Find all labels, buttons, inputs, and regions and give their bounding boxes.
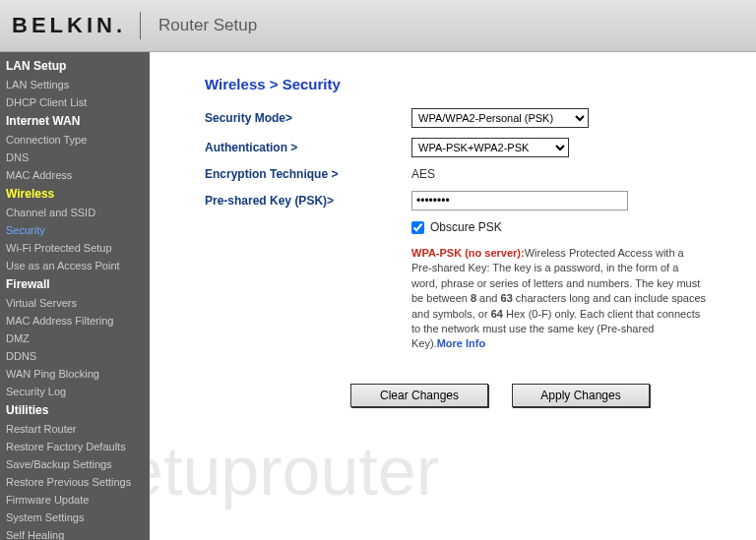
- label-psk: Pre-shared Key (PSK)>: [205, 194, 411, 208]
- sidebar-item-connection-type[interactable]: Connection Type: [0, 131, 150, 149]
- button-row: Clear Changes Apply Changes: [350, 384, 721, 407]
- sidebar-item-channel-and-ssid[interactable]: Channel and SSID: [0, 204, 150, 221]
- breadcrumb: Wireless > Security: [205, 76, 721, 92]
- sidebar-heading-internet-wan: Internet WAN: [0, 111, 150, 131]
- label-security-mode: Security Mode>: [205, 111, 411, 125]
- apply-changes-button[interactable]: Apply Changes: [512, 384, 650, 407]
- sidebar-item-restart-router[interactable]: Restart Router: [0, 420, 150, 438]
- label-encryption: Encryption Technique >: [205, 167, 411, 181]
- header-divider: [140, 12, 141, 39]
- select-security-mode[interactable]: WPA/WPA2-Personal (PSK): [411, 108, 589, 128]
- sidebar-item-ddns[interactable]: DDNS: [0, 347, 150, 365]
- sidebar-item-dhcp-client-list[interactable]: DHCP Client List: [0, 93, 150, 111]
- sidebar-heading-wireless: Wireless: [0, 184, 150, 204]
- sidebar-item-lan-settings[interactable]: LAN Settings: [0, 76, 150, 93]
- sidebar-item-self-healing[interactable]: Self Healing: [0, 526, 150, 540]
- info-text: WPA-PSK (no server):Wireless Protected A…: [411, 246, 707, 352]
- sidebar-item-virtual-servers[interactable]: Virtual Servers: [0, 294, 150, 312]
- sidebar: LAN SetupLAN SettingsDHCP Client ListInt…: [0, 52, 150, 540]
- row-psk: Pre-shared Key (PSK)>: [205, 191, 721, 210]
- row-obscure: Obscure PSK: [411, 220, 721, 234]
- sidebar-item-restore-previous-settings[interactable]: Restore Previous Settings: [0, 473, 150, 491]
- brand-logo: BELKIN.: [12, 13, 122, 38]
- row-security-mode: Security Mode> WPA/WPA2-Personal (PSK): [205, 108, 721, 128]
- label-authentication: Authentication >: [205, 141, 411, 154]
- row-authentication: Authentication > WPA-PSK+WPA2-PSK: [205, 138, 721, 157]
- sidebar-item-wi-fi-protected-setup[interactable]: Wi-Fi Protected Setup: [0, 239, 150, 257]
- sidebar-item-dmz[interactable]: DMZ: [0, 330, 150, 347]
- sidebar-item-mac-address-filtering[interactable]: MAC Address Filtering: [0, 312, 150, 330]
- sidebar-item-firmware-update[interactable]: Firmware Update: [0, 491, 150, 509]
- sidebar-heading-lan-setup: LAN Setup: [0, 56, 150, 76]
- sidebar-item-restore-factory-defaults[interactable]: Restore Factory Defaults: [0, 438, 150, 455]
- sidebar-item-wan-ping-blocking[interactable]: WAN Ping Blocking: [0, 365, 150, 383]
- watermark: setuprouter: [150, 432, 439, 510]
- header: BELKIN. Router Setup: [0, 0, 756, 52]
- label-obscure[interactable]: Obscure PSK: [430, 220, 502, 234]
- link-more-info[interactable]: More Info: [437, 337, 486, 349]
- sidebar-item-use-as-an-access-point[interactable]: Use as an Access Point: [0, 257, 150, 274]
- sidebar-item-mac-address[interactable]: MAC Address: [0, 166, 150, 184]
- clear-changes-button[interactable]: Clear Changes: [350, 384, 488, 407]
- sidebar-item-save-backup-settings[interactable]: Save/Backup Settings: [0, 455, 150, 473]
- select-authentication[interactable]: WPA-PSK+WPA2-PSK: [411, 138, 569, 157]
- info-title: WPA-PSK (no server):: [411, 247, 525, 259]
- sidebar-heading-firewall: Firewall: [0, 274, 150, 294]
- checkbox-obscure[interactable]: [411, 221, 424, 234]
- sidebar-heading-utilities: Utilities: [0, 400, 150, 420]
- sidebar-item-security[interactable]: Security: [0, 221, 150, 239]
- header-title: Router Setup: [158, 16, 257, 35]
- content-area: Wireless > Security Security Mode> WPA/W…: [150, 52, 756, 540]
- input-psk[interactable]: [411, 191, 628, 210]
- value-encryption: AES: [411, 167, 435, 181]
- sidebar-item-dns[interactable]: DNS: [0, 149, 150, 166]
- row-encryption: Encryption Technique > AES: [205, 167, 721, 181]
- sidebar-item-system-settings[interactable]: System Settings: [0, 509, 150, 526]
- sidebar-item-security-log[interactable]: Security Log: [0, 383, 150, 400]
